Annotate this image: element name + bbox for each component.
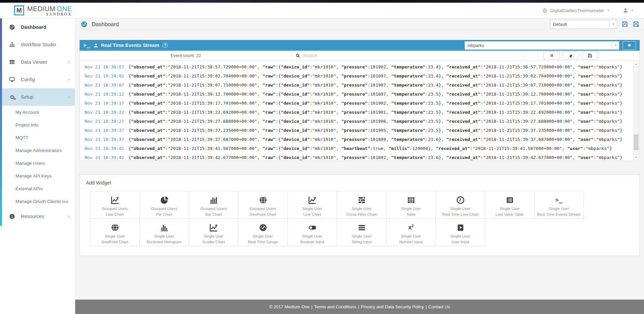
eraser-icon bbox=[568, 53, 573, 58]
beta-badge: beta bbox=[62, 200, 68, 203]
widget-label-line2: Real Time Events Stream bbox=[537, 212, 581, 216]
sidebar-item-workflow-studio[interactable]: Workflow Studio bbox=[0, 36, 75, 53]
event-log-row: Nov 21 10:39:41{"observed_at":"2018-11-2… bbox=[80, 144, 639, 153]
widget-label-line1: Single User bbox=[450, 207, 470, 211]
help-icon[interactable]: ? bbox=[163, 43, 168, 48]
sidebar-subitem-external-apis[interactable]: External APIs bbox=[0, 182, 75, 195]
sidebar-item-config[interactable]: Config bbox=[0, 71, 75, 88]
widget-single-user-real-time-line-chart[interactable]: Single UserReal Time Line Chart bbox=[435, 191, 485, 219]
user-filter-select[interactable] bbox=[465, 41, 619, 50]
scroll-up-button[interactable] bbox=[634, 62, 639, 66]
clear-stream-button[interactable] bbox=[563, 51, 579, 60]
desktop-icon bbox=[9, 76, 15, 83]
footer-link-privacy-and-data-security-policy[interactable]: Privacy and Data Security Policy bbox=[361, 304, 424, 309]
dashboard-preset-select[interactable]: Default bbox=[550, 20, 617, 29]
chevron-right-icon bbox=[67, 215, 71, 218]
search-box[interactable] bbox=[292, 51, 524, 60]
medium-one-logo[interactable]: M MEDIUMONE SANDBOX bbox=[14, 5, 72, 16]
sidebar-accent-strip bbox=[0, 18, 2, 226]
sidebar-subitem-manage-administrators[interactable]: Manage Administrators bbox=[0, 144, 75, 157]
widget-label-line2: Scatter Chart bbox=[202, 240, 225, 244]
sidebar-subitem-manage-users[interactable]: Manage Users bbox=[0, 157, 75, 169]
widget-single-user-user-input[interactable]: Single UserUser Input bbox=[435, 218, 485, 246]
close-widget-button[interactable]: ✖ bbox=[623, 41, 636, 50]
sidebar-item-setup[interactable]: ⚙⚙Setup bbox=[0, 88, 75, 106]
chevron-right-icon bbox=[67, 78, 71, 82]
event-timestamp: Nov 21 10:39:17 bbox=[85, 101, 124, 106]
widget-single-user-cross-filter-chart[interactable]: Single UserCross Filter Chart bbox=[337, 191, 386, 219]
widget-single-user-real-time-events-stream[interactable]: >_Single UserReal Time Events Stream bbox=[534, 191, 584, 219]
event-timestamp: Nov 21 10:39:22 bbox=[85, 110, 124, 115]
widget-label-line1: Grouped Users bbox=[250, 207, 276, 211]
event-json: {"observed_at":"2018-11-21T15:39:37.2350… bbox=[128, 128, 623, 133]
brand-text: MEDIUMONE SANDBOX bbox=[27, 5, 72, 16]
widget-single-user-string-input[interactable]: Single UserString Input bbox=[337, 218, 386, 246]
footer-link-terms-and-conditions[interactable]: Terms and Conditions bbox=[314, 304, 356, 309]
widget-label-line1: Single User bbox=[401, 234, 421, 238]
histogram-icon bbox=[160, 222, 169, 232]
scroll-down-button[interactable] bbox=[634, 155, 639, 160]
widget-single-user-line-chart[interactable]: Single UserLine Chart bbox=[287, 191, 337, 219]
widget-label-line1: Single User bbox=[302, 234, 322, 238]
sidebar-subitem-label: Project Info bbox=[15, 122, 38, 127]
event-json: {"observed_at":"2018-11-21T15:39:37.6870… bbox=[128, 137, 623, 142]
x2-icon: x2 bbox=[408, 222, 414, 232]
terminal-icon: >_ bbox=[83, 42, 90, 48]
widget-grouped-users-geopoint-chart[interactable]: Grouped UsersGeoPoint Chart bbox=[238, 191, 288, 219]
widget-label-line1: Single User bbox=[253, 234, 273, 238]
widget-single-user-number-input[interactable]: x2Single UserNumber Input bbox=[386, 218, 436, 246]
widget-grouped-users-bar-chart[interactable]: Grouped UsersBar Chart bbox=[189, 191, 238, 219]
widget-single-user-boolean-input[interactable]: Single UserBoolean Input bbox=[287, 218, 337, 246]
sidebar-item-data-viewer[interactable]: Data Viewer bbox=[0, 53, 75, 71]
widget-label-line2: Last Value Table bbox=[496, 212, 524, 216]
scrollbar-thumb[interactable] bbox=[634, 135, 638, 150]
widget-single-user-geopoint-chart[interactable]: Single UserGeoPoint Chart bbox=[90, 218, 140, 246]
pause-stream-button[interactable] bbox=[544, 51, 560, 60]
save-stream-button[interactable] bbox=[582, 51, 598, 60]
event-log-row: Nov 21 10:39:12{"observed_at":"2018-11-2… bbox=[80, 90, 639, 99]
dashboard-icon bbox=[81, 21, 88, 28]
event-timestamp: Nov 21 10:39:37 bbox=[85, 137, 124, 142]
terminal-icon: >_ bbox=[555, 195, 563, 205]
widget-label-line1: Single User bbox=[154, 234, 174, 238]
sidebar-item-label: Config bbox=[21, 77, 35, 82]
sidebar-item-resources[interactable]: Resources bbox=[0, 208, 75, 225]
preset-value: Default bbox=[550, 22, 609, 27]
event-json: {"observed_at":"2018-11-21T15:39:27.6880… bbox=[128, 119, 623, 124]
sidebar-subitem-manage-oauth-clients[interactable]: Manage OAuth Clientsbeta bbox=[0, 195, 75, 208]
project-selector[interactable]: DigitalGalileoThermometer bbox=[542, 8, 610, 13]
events-log[interactable]: Nov 21 10:38:57{"observed_at":"2018-11-2… bbox=[80, 61, 639, 161]
sidebar-item-dashboard[interactable]: Dashboard bbox=[0, 18, 75, 36]
widget-label-line2: Number Input bbox=[399, 240, 423, 244]
widget-single-user-last-value-table[interactable]: Single UserLast Value Table bbox=[485, 191, 535, 219]
widget-label-line1: Single User bbox=[401, 207, 421, 211]
sidebar-subitem-label: My Account bbox=[15, 110, 39, 115]
widget-single-user-scatter-chart[interactable]: Single UserScatter Chart bbox=[189, 218, 238, 246]
save-dashboard-button[interactable] bbox=[622, 21, 628, 28]
event-log-row: Nov 21 10:39:17{"observed_at":"2018-11-2… bbox=[80, 99, 639, 108]
search-input[interactable] bbox=[303, 53, 521, 58]
sidebar-subitem-manage-api-keys[interactable]: Manage API Keys bbox=[0, 169, 75, 182]
copyright: © 2017 Medium One bbox=[269, 304, 310, 309]
widget-grouped-users-line-chart[interactable]: Grouped UsersLine Chart bbox=[90, 191, 140, 219]
brand-one: ONE bbox=[57, 5, 72, 12]
widget-label-line2: Cross Filter Chart bbox=[347, 212, 377, 216]
user-filter-input[interactable] bbox=[465, 41, 612, 50]
pie-chart-icon bbox=[160, 195, 169, 205]
widget-single-user-bucketed-histogram[interactable]: Single UserBucketed Histogram bbox=[139, 218, 189, 246]
save-new-dashboard-button[interactable] bbox=[633, 21, 639, 28]
sidebar-subitem-project-info[interactable]: Project Info bbox=[0, 118, 75, 131]
vertical-scrollbar[interactable] bbox=[634, 62, 639, 160]
widget-grouped-users-pie-chart[interactable]: Grouped UsersPie Chart bbox=[139, 191, 189, 219]
widget-label-line2: GeoPoint Chart bbox=[101, 240, 128, 244]
sidebar-item-label: Setup bbox=[21, 94, 34, 100]
user-menu[interactable] bbox=[623, 8, 634, 13]
event-json: {"observed_at":"2018-11-21T15:38:57.7290… bbox=[128, 64, 623, 69]
sidebar-subitem-my-account[interactable]: My Account bbox=[0, 106, 75, 118]
footer-link-contact-us[interactable]: Contact Us bbox=[428, 304, 450, 309]
widget-single-user-table[interactable]: Single UserTable bbox=[386, 191, 436, 219]
event-json: {"observed_at":"2018-11-21T15:39:07.7100… bbox=[128, 83, 623, 88]
sidebar-subitem-mqtt[interactable]: MQTT bbox=[0, 131, 75, 144]
widget-single-user-real-time-gauge[interactable]: Single UserReal Time Gauge bbox=[238, 218, 288, 246]
main-content: Dashboard Default >_ Real Time Events St… bbox=[75, 18, 644, 314]
